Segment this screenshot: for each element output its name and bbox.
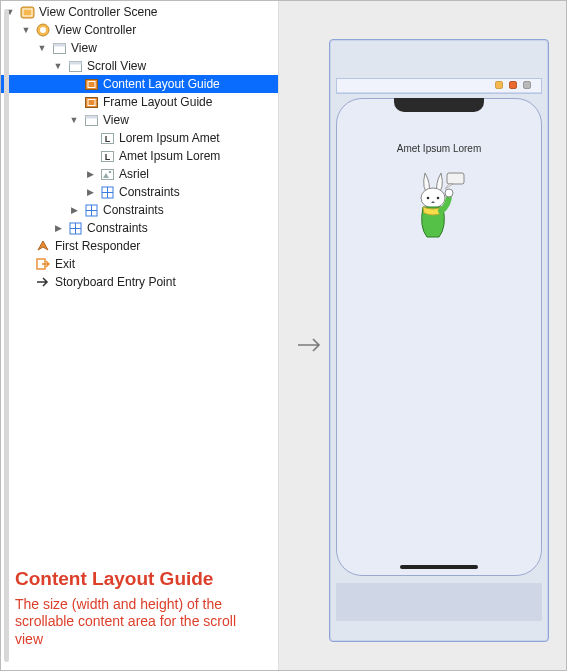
- annotation-desc: The size (width and height) of the scrol…: [15, 596, 265, 649]
- scrollbar[interactable]: [4, 9, 9, 662]
- view-icon: [67, 59, 83, 73]
- imageview-icon: [99, 167, 115, 181]
- tree-row-label: Constraints: [119, 184, 180, 200]
- scene-title-bar[interactable]: [336, 78, 542, 94]
- view-icon: [51, 41, 67, 55]
- tree-row-label: First Responder: [55, 238, 140, 254]
- disclosure-closed-icon[interactable]: [85, 184, 95, 200]
- tree-row-label: Content Layout Guide: [103, 76, 220, 92]
- constraints-icon: [83, 203, 99, 217]
- tree-row-exit[interactable]: Exit: [1, 255, 278, 273]
- svg-point-3: [40, 27, 46, 33]
- constraints-icon: [99, 185, 115, 199]
- tree-row-label-2[interactable]: L Amet Ipsum Lorem: [1, 147, 278, 165]
- svg-rect-5: [53, 43, 65, 46]
- tree-row-entry-point[interactable]: Storyboard Entry Point: [1, 273, 278, 291]
- disclosure-closed-icon[interactable]: [85, 166, 95, 182]
- tree-row-constraints[interactable]: Constraints: [1, 201, 278, 219]
- scene-bottom-slot: [336, 583, 542, 621]
- home-indicator: [400, 565, 478, 569]
- dot-icon[interactable]: [495, 81, 503, 89]
- tree-row-label-1[interactable]: L Lorem Ipsum Amet: [1, 129, 278, 147]
- tree-row-label: Constraints: [87, 220, 148, 236]
- view-icon: [83, 113, 99, 127]
- tree-row-label: View: [71, 40, 97, 56]
- disclosure-open-icon[interactable]: [21, 22, 31, 38]
- tree-row-frame-layout-guide[interactable]: Frame Layout Guide: [1, 93, 278, 111]
- tree-row-label: Asriel: [119, 166, 149, 182]
- constraints-icon: [67, 221, 83, 235]
- tree-row-label: Frame Layout Guide: [103, 94, 212, 110]
- disclosure-open-icon[interactable]: [37, 40, 47, 56]
- title-bar-buttons: [495, 81, 531, 89]
- tree-row-view[interactable]: View: [1, 111, 278, 129]
- svg-rect-7: [69, 61, 81, 64]
- scene-icon: [19, 5, 35, 19]
- tree-row-asriel[interactable]: Asriel: [1, 165, 278, 183]
- tree-row-content-layout-guide[interactable]: Content Layout Guide: [1, 75, 278, 93]
- tree-row-label: Amet Ipsum Lorem: [119, 148, 220, 164]
- device-bezel[interactable]: Amet Ipsum Lorem: [336, 98, 542, 576]
- disclosure-closed-icon[interactable]: [53, 220, 63, 236]
- svg-rect-13: [85, 115, 97, 118]
- scene-frame[interactable]: Amet Ipsum Lorem: [329, 39, 549, 642]
- tree-row-viewcontroller[interactable]: View Controller: [1, 21, 278, 39]
- tree-row-view[interactable]: View: [1, 39, 278, 57]
- disclosure-open-icon[interactable]: [69, 112, 79, 128]
- tree-row-scene[interactable]: View Controller Scene: [1, 3, 278, 21]
- svg-text:L: L: [104, 134, 110, 144]
- layout-guide-icon: [83, 77, 99, 91]
- svg-text:L: L: [104, 152, 110, 162]
- tree-row-label: Exit: [55, 256, 75, 272]
- canvas[interactable]: Amet Ipsum Lorem: [279, 1, 566, 670]
- tree-row-label: Constraints: [103, 202, 164, 218]
- tree-row-label: View: [103, 112, 129, 128]
- svg-point-32: [421, 188, 445, 208]
- svg-point-20: [108, 170, 111, 173]
- tree-row-label: Lorem Ipsum Amet: [119, 130, 220, 146]
- label-icon: L: [99, 149, 115, 163]
- exit-icon: [35, 257, 51, 271]
- entry-point-icon: [35, 275, 51, 289]
- tree-row-first-responder[interactable]: First Responder: [1, 237, 278, 255]
- svg-point-33: [427, 197, 430, 200]
- tree-row-scrollview[interactable]: Scroll View: [1, 57, 278, 75]
- tree-row-label: View Controller: [55, 22, 136, 38]
- tree-row-label: View Controller Scene: [39, 4, 158, 20]
- layout-guide-icon: [83, 95, 99, 109]
- canvas-imageview[interactable]: [411, 171, 467, 244]
- tree-row-constraints[interactable]: Constraints: [1, 219, 278, 237]
- tree-row-label: Storyboard Entry Point: [55, 274, 176, 290]
- document-outline-panel: View Controller Scene View Controller Vi…: [1, 1, 279, 670]
- tree-row-label: Scroll View: [87, 58, 146, 74]
- svg-point-34: [437, 197, 440, 200]
- tree-row-constraints[interactable]: Constraints: [1, 183, 278, 201]
- canvas-label[interactable]: Amet Ipsum Lorem: [337, 143, 541, 154]
- outline-tree[interactable]: View Controller Scene View Controller Vi…: [1, 1, 278, 293]
- entry-point-arrow-icon: [297, 337, 325, 356]
- annotation-title: Content Layout Guide: [15, 568, 265, 590]
- label-icon: L: [99, 131, 115, 145]
- first-responder-icon: [35, 239, 51, 253]
- viewcontroller-icon: [35, 23, 51, 37]
- svg-point-35: [445, 189, 453, 197]
- disclosure-closed-icon[interactable]: [69, 202, 79, 218]
- dot-icon[interactable]: [523, 81, 531, 89]
- device-notch: [394, 98, 484, 112]
- dot-icon[interactable]: [509, 81, 517, 89]
- annotation: Content Layout Guide The size (width and…: [15, 568, 265, 649]
- svg-rect-31: [447, 173, 464, 184]
- disclosure-open-icon[interactable]: [53, 58, 63, 74]
